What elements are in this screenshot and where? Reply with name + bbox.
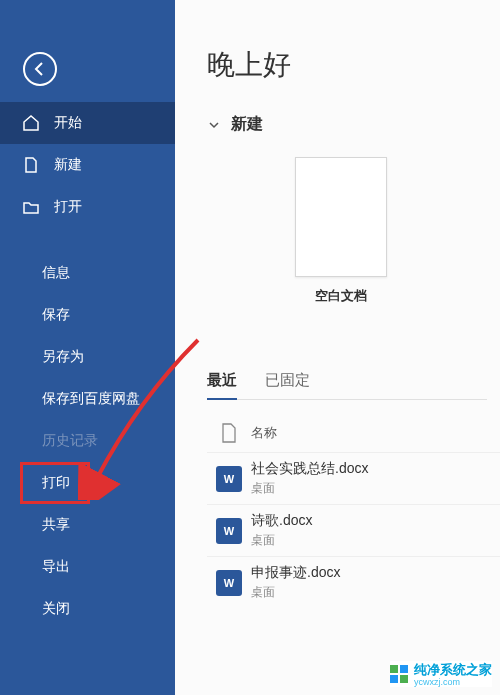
blank-doc-label: 空白文档 — [295, 287, 387, 305]
file-icon — [22, 156, 40, 174]
nav-label: 开始 — [54, 114, 82, 132]
file-location: 桌面 — [251, 480, 368, 497]
tab-recent[interactable]: 最近 — [207, 363, 237, 400]
watermark: 纯净系统之家 ycwxzj.com — [390, 661, 492, 687]
file-row[interactable]: W 申报事迹.docx 桌面 — [207, 556, 500, 608]
nav-sub-export[interactable]: 导出 — [0, 546, 175, 588]
file-name: 诗歌.docx — [251, 512, 312, 530]
file-row[interactable]: W 社会实践总结.docx 桌面 — [207, 452, 500, 504]
blank-doc-thumb — [295, 157, 387, 277]
nav-sub-info[interactable]: 信息 — [0, 252, 175, 294]
nav-sub-saveas[interactable]: 另存为 — [0, 336, 175, 378]
back-button[interactable] — [23, 52, 57, 86]
greeting: 晚上好 — [207, 46, 500, 84]
nav-sub-list: 信息 保存 另存为 保存到百度网盘 历史记录 打印 共享 导出 关闭 — [0, 252, 175, 630]
nav-sub-baidu[interactable]: 保存到百度网盘 — [0, 378, 175, 420]
main-panel: 晚上好 新建 空白文档 最近 已固定 名称 W 社会实践总结.docx 桌面 W… — [175, 0, 500, 695]
folder-icon — [22, 198, 40, 216]
column-name: 名称 — [251, 424, 277, 442]
recent-tabs: 最近 已固定 — [207, 363, 487, 400]
file-generic-icon — [207, 423, 251, 443]
file-name: 申报事迹.docx — [251, 564, 340, 582]
new-section-header[interactable]: 新建 — [207, 114, 500, 135]
nav-list: 开始 新建 打开 — [0, 102, 175, 228]
nav-item-new[interactable]: 新建 — [0, 144, 175, 186]
file-row[interactable]: W 诗歌.docx 桌面 — [207, 504, 500, 556]
watermark-logo-icon — [390, 665, 408, 683]
word-icon: W — [207, 518, 251, 544]
file-list: 名称 W 社会实践总结.docx 桌面 W 诗歌.docx 桌面 W 申报事迹.… — [207, 414, 500, 608]
word-icon: W — [207, 466, 251, 492]
nav-sub-print[interactable]: 打印 — [0, 462, 175, 504]
nav-sub-history: 历史记录 — [0, 420, 175, 462]
new-section-title: 新建 — [231, 114, 263, 135]
nav-sub-save[interactable]: 保存 — [0, 294, 175, 336]
nav-item-home[interactable]: 开始 — [0, 102, 175, 144]
word-icon: W — [207, 570, 251, 596]
home-icon — [22, 114, 40, 132]
chevron-down-icon — [207, 118, 221, 132]
tab-pinned[interactable]: 已固定 — [265, 363, 310, 399]
blank-doc-tile[interactable]: 空白文档 — [295, 157, 387, 305]
nav-sub-close[interactable]: 关闭 — [0, 588, 175, 630]
file-list-header: 名称 — [207, 414, 500, 452]
nav-item-open[interactable]: 打开 — [0, 186, 175, 228]
arrow-left-icon — [32, 61, 48, 77]
file-location: 桌面 — [251, 532, 312, 549]
file-location: 桌面 — [251, 584, 340, 601]
nav-label: 打开 — [54, 198, 82, 216]
nav-label: 新建 — [54, 156, 82, 174]
nav-sub-share[interactable]: 共享 — [0, 504, 175, 546]
file-name: 社会实践总结.docx — [251, 460, 368, 478]
sidebar: 开始 新建 打开 信息 保存 另存为 保存到百度网盘 历史记录 打印 共享 导出… — [0, 0, 175, 695]
